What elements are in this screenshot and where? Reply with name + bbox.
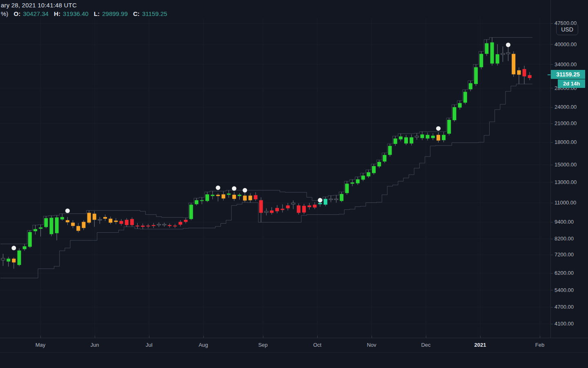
candle-body-r [286, 205, 290, 208]
candle-body-g [490, 43, 494, 64]
time-tick-label: Sep [258, 342, 267, 348]
candle-body-g [479, 54, 483, 67]
open-value: 30427.34 [23, 10, 49, 17]
candle-body-r [307, 205, 311, 207]
time-tick-label: Feb [535, 342, 544, 348]
candle-body-o [114, 221, 118, 222]
time-tick-label: 2021 [474, 342, 486, 348]
candle-body-r [152, 225, 156, 226]
candle-body-g [404, 137, 408, 144]
candle-body-g [33, 229, 37, 231]
candle-body-r [313, 205, 316, 208]
candle-body-g [410, 137, 413, 144]
price-axis-tick [551, 255, 553, 255]
chart-window: ary 28, 2021 10:41:48 UTC %) O: 30427.34… [0, 0, 588, 368]
candle-body-g [394, 139, 397, 144]
candle-body-g [200, 200, 204, 201]
time-tick-label: May [36, 342, 46, 348]
time-axis[interactable]: MayJunJulAugSepOctNovDec2021Feb [0, 338, 588, 353]
price-axis[interactable]: USD 47500.0040000.0034000.0028000.002400… [550, 0, 588, 352]
candle-body-r [130, 219, 134, 225]
price-axis-tick [551, 203, 553, 203]
candle-body-g [227, 193, 231, 195]
candle-body-g [7, 259, 10, 262]
candle-body-r [178, 222, 182, 225]
candle-body-g [442, 135, 445, 140]
low-value: 29899.99 [102, 10, 128, 17]
candle-body-r [141, 226, 145, 227]
open-label: O: [14, 10, 21, 17]
price-axis-tick [551, 182, 553, 182]
signal-dot [436, 126, 441, 131]
candle-body-g [55, 218, 59, 233]
candle-body-g [426, 135, 430, 139]
bottom-strip [0, 352, 588, 368]
candle-body-g [238, 195, 241, 196]
candle-body-g [211, 195, 214, 196]
close-value: 31159.25 [142, 10, 167, 17]
signal-dot [216, 186, 220, 190]
candle-body-g [60, 217, 64, 220]
candle-body-r [297, 205, 301, 213]
price-tick-label: 21000.00 [555, 120, 577, 126]
candle-body-t [324, 199, 327, 204]
candle-body-o [71, 223, 75, 226]
candle-body-r [270, 211, 274, 213]
candlestick-plot[interactable] [0, 0, 550, 338]
candle-body-r [259, 200, 263, 213]
price-tick-label: 4100.00 [555, 321, 574, 327]
candle-body-d [265, 211, 268, 213]
candle-body-o [82, 222, 85, 228]
candle-body-r [136, 226, 139, 227]
candle-body-t [318, 203, 322, 204]
candle-body-o [93, 214, 96, 220]
candle-body-r [120, 221, 123, 224]
price-axis-tick [551, 222, 553, 222]
candle-body-g [18, 251, 21, 265]
price-axis-tick [551, 44, 553, 45]
price-tick-label: 5400.00 [555, 287, 574, 293]
candle-body-o [12, 259, 16, 263]
price-axis-tick [551, 239, 553, 239]
time-axis-tick [149, 336, 149, 338]
time-tick-label: Jun [91, 342, 99, 348]
candle-body-d [334, 199, 338, 200]
candle-body-g [372, 166, 376, 173]
candle-body-d [329, 199, 333, 200]
candle-body-g [421, 135, 424, 138]
candle-body-d [415, 136, 419, 137]
price-axis-tick [551, 290, 553, 290]
last-price-badge: 31159.25 [551, 70, 585, 79]
currency-button[interactable]: USD [556, 23, 578, 35]
high-label: H: [54, 10, 60, 17]
candle-body-r [275, 208, 279, 211]
candle-body-g [28, 232, 32, 247]
time-tick-label: Nov [367, 342, 376, 348]
candle-body-d [157, 224, 161, 225]
price-tick-label: 40000.00 [555, 41, 577, 47]
candle-body-o [76, 226, 80, 231]
candle-body-g [340, 194, 343, 201]
chart-legend: ary 28, 2021 10:41:48 UTC %) O: 30427.34… [1, 2, 168, 18]
candle-body-g [367, 172, 370, 176]
price-tick-label: 24000.00 [555, 104, 577, 110]
close-label: C: [133, 10, 140, 17]
signal-dot [506, 43, 510, 47]
candle-body-o [216, 195, 220, 196]
candle-body-d [506, 53, 510, 54]
time-axis-tick [95, 336, 95, 338]
candle-body-r [146, 226, 150, 227]
candle-body-r [523, 69, 526, 76]
candle-body-o [512, 54, 515, 74]
price-axis-tick [551, 165, 553, 165]
candle-body-g [23, 246, 27, 249]
candle-body-g [447, 120, 451, 134]
time-axis-tick [480, 336, 481, 338]
candle-body-o [222, 194, 225, 198]
signal-dot [65, 209, 70, 213]
price-axis-tick [551, 23, 553, 24]
candle-body-g [485, 43, 488, 54]
price-axis-tick [551, 273, 553, 274]
candle-body-o [248, 195, 252, 200]
candle-body-g [49, 218, 53, 234]
